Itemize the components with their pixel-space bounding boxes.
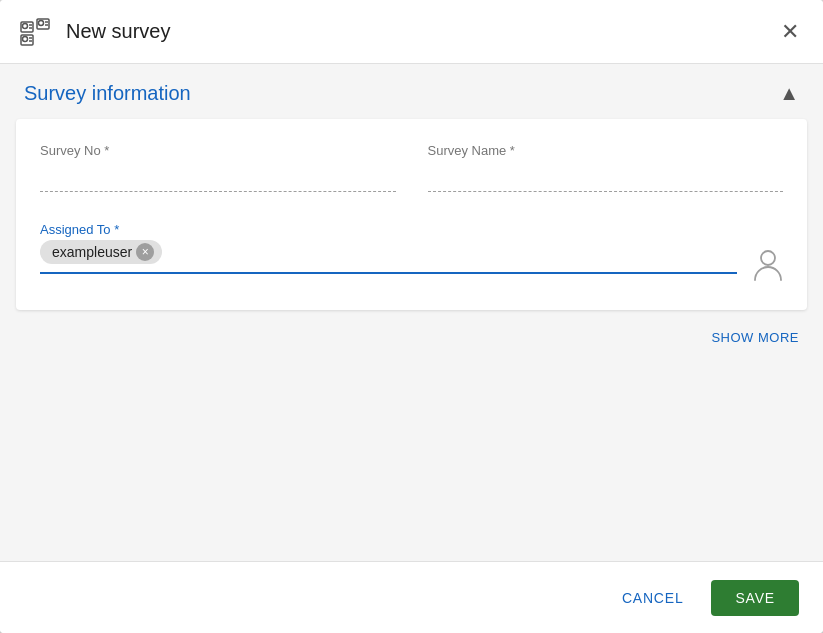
close-button[interactable]: ✕ — [777, 17, 803, 47]
survey-no-input[interactable] — [40, 166, 396, 192]
form-card: Survey No * Survey Name * Assigned To * … — [16, 119, 807, 310]
survey-name-field: Survey Name * — [428, 143, 784, 192]
person-icon — [753, 248, 783, 282]
svg-point-5 — [39, 20, 44, 25]
chip-remove-button[interactable]: × — [136, 243, 154, 261]
section-title: Survey information — [24, 82, 191, 105]
svg-point-12 — [761, 251, 775, 265]
svg-point-1 — [23, 23, 28, 28]
assigned-input-wrapper[interactable]: exampleuser × — [40, 238, 737, 274]
collapse-button[interactable]: ▲ — [779, 82, 799, 105]
assigned-to-row: Assigned To * exampleuser × — [40, 220, 783, 282]
assigned-to-label: Assigned To * — [40, 222, 119, 237]
survey-name-label: Survey Name * — [428, 143, 784, 158]
show-more-row: SHOW MORE — [0, 322, 823, 357]
dialog-footer: CANCEL SAVE — [0, 561, 823, 633]
dialog-body: Survey information ▲ Survey No * Survey … — [0, 64, 823, 561]
new-survey-dialog: New survey ✕ Survey information ▲ Survey… — [0, 0, 823, 633]
dialog-title: New survey — [66, 20, 777, 43]
assigned-user-chip: exampleuser × — [40, 240, 162, 264]
survey-icon — [20, 18, 52, 46]
show-more-button[interactable]: SHOW MORE — [711, 330, 799, 345]
dialog-header: New survey ✕ — [0, 0, 823, 64]
survey-fields-row: Survey No * Survey Name * — [40, 143, 783, 192]
save-button[interactable]: SAVE — [711, 580, 799, 616]
section-header: Survey information ▲ — [0, 64, 823, 119]
cancel-button[interactable]: CANCEL — [602, 580, 704, 616]
survey-no-field: Survey No * — [40, 143, 396, 192]
svg-point-9 — [23, 36, 28, 41]
assigned-to-field: Assigned To * exampleuser × — [40, 220, 737, 274]
survey-name-input[interactable] — [428, 166, 784, 192]
chip-label: exampleuser — [52, 244, 132, 260]
survey-no-label: Survey No * — [40, 143, 396, 158]
